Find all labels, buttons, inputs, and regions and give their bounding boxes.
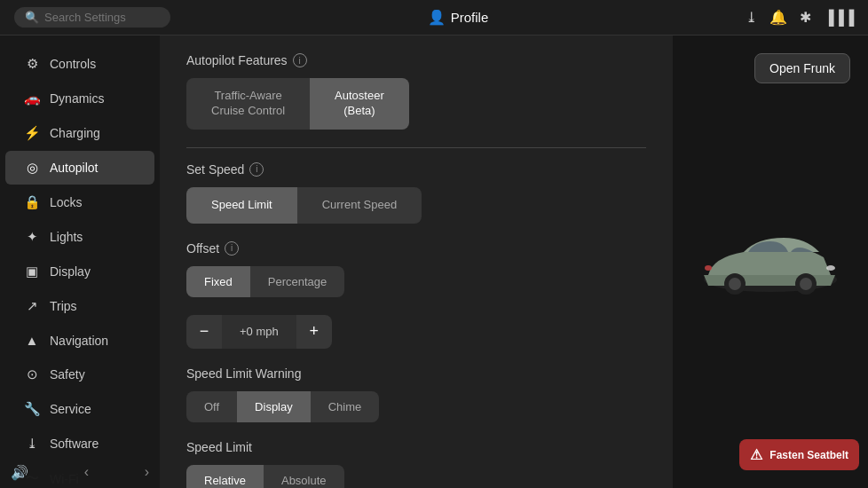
search-icon: 🔍 (25, 11, 39, 24)
offset-toggle: Fixed Percentage (186, 266, 646, 297)
sidebar-item-dynamics[interactable]: 🚗 Dynamics (5, 82, 154, 115)
bell-icon[interactable]: 🔔 (769, 9, 787, 26)
svg-point-2 (729, 278, 741, 290)
charging-icon: ⚡ (23, 125, 41, 141)
speed-limit-title: Speed Limit (186, 440, 646, 454)
speed-limit-warning-title: Speed Limit Warning (186, 366, 646, 381)
sidebar-label-software: Software (50, 437, 99, 451)
software-icon: ⤓ (23, 436, 41, 452)
display-icon: ▣ (23, 264, 41, 279)
warning-off-button[interactable]: Off (186, 391, 237, 422)
service-icon: 🔧 (23, 401, 41, 417)
fixed-button[interactable]: Fixed (186, 266, 250, 297)
seatbelt-icon: ⚠ (750, 446, 762, 463)
top-bar: 🔍 👤 Profile ⤓ 🔔 ✱ ▐▐▐ (0, 0, 868, 35)
sidebar: ⚙ Controls 🚗 Dynamics ⚡ Charging ◎ Autop… (0, 35, 160, 488)
search-box[interactable]: 🔍 (14, 7, 170, 28)
top-bar-center: 👤 Profile (428, 9, 489, 26)
car-illustration (690, 222, 850, 302)
absolute-button[interactable]: Absolute (264, 465, 344, 488)
divider-1 (186, 147, 646, 148)
traffic-aware-cruise-button[interactable]: Traffic-AwareCruise Control (186, 78, 310, 130)
stepper-minus-button[interactable]: − (186, 315, 222, 349)
sidebar-label-dynamics: Dynamics (50, 91, 104, 106)
sidebar-item-autopilot[interactable]: ◎ Autopilot (5, 151, 154, 185)
sidebar-label-controls: Controls (50, 57, 96, 71)
stepper-value: +0 mph (222, 315, 296, 349)
sidebar-label-autopilot: Autopilot (50, 161, 98, 175)
offset-info-icon[interactable]: i (225, 241, 239, 256)
right-panel: Open Frunk (673, 35, 868, 488)
autopilot-features-toggle: Traffic-AwareCruise Control Autosteer(Be… (186, 78, 646, 130)
main-layout: ⚙ Controls 🚗 Dynamics ⚡ Charging ◎ Autop… (0, 35, 868, 488)
safety-icon: ⊙ (23, 366, 41, 382)
sidebar-label-locks: Locks (50, 195, 83, 209)
speed-limit-button[interactable]: Speed Limit (186, 187, 297, 224)
bottom-bar: 🔊 ‹ › (0, 456, 160, 488)
top-bar-icons: ⤓ 🔔 ✱ ▐▐▐ (746, 9, 854, 26)
nav-next-icon[interactable]: › (145, 464, 149, 480)
svg-point-6 (705, 265, 712, 271)
sidebar-item-safety[interactable]: ⊙ Safety (5, 358, 154, 391)
navigation-icon: ▲ (23, 333, 41, 348)
sidebar-label-charging: Charging (50, 126, 100, 140)
search-input[interactable] (44, 11, 160, 24)
set-speed-toggle: Speed Limit Current Speed (186, 187, 646, 224)
sidebar-label-lights: Lights (50, 230, 83, 244)
autopilot-icon: ◎ (23, 160, 41, 176)
sidebar-item-lights[interactable]: ✦ Lights (5, 220, 154, 254)
top-bar-left: 🔍 (14, 7, 170, 28)
open-frunk-button[interactable]: Open Frunk (754, 53, 850, 83)
signal-icon: ▐▐▐ (824, 10, 854, 26)
sidebar-item-charging[interactable]: ⚡ Charging (5, 116, 154, 150)
profile-icon: 👤 (428, 9, 446, 26)
volume-icon[interactable]: 🔊 (11, 464, 28, 481)
stepper-plus-button[interactable]: + (296, 315, 332, 349)
nav-prev-icon[interactable]: ‹ (84, 464, 89, 480)
content-area: Autopilot Features i Traffic-AwareCruise… (160, 35, 673, 488)
controls-icon: ⚙ (23, 56, 41, 72)
offset-title: Offset i (186, 241, 646, 256)
sidebar-label-trips: Trips (50, 299, 77, 313)
sidebar-item-display[interactable]: ▣ Display (5, 255, 154, 288)
sidebar-label-safety: Safety (50, 367, 85, 382)
dynamics-icon: 🚗 (23, 91, 41, 106)
warning-chime-button[interactable]: Chime (311, 391, 380, 422)
sidebar-label-navigation: Navigation (50, 334, 108, 348)
sidebar-item-navigation[interactable]: ▲ Navigation (5, 324, 154, 357)
lights-icon: ✦ (23, 229, 41, 245)
sidebar-item-controls[interactable]: ⚙ Controls (5, 47, 154, 81)
offset-stepper: − +0 mph + (186, 315, 646, 349)
set-speed-info-icon[interactable]: i (249, 162, 264, 177)
sidebar-label-display: Display (50, 264, 91, 279)
current-speed-button[interactable]: Current Speed (297, 187, 422, 224)
profile-button[interactable]: Profile (451, 10, 489, 25)
sidebar-item-service[interactable]: 🔧 Service (5, 392, 154, 426)
relative-button[interactable]: Relative (186, 465, 264, 488)
sidebar-item-trips[interactable]: ↗ Trips (5, 289, 154, 323)
bluetooth-icon[interactable]: ✱ (800, 9, 811, 26)
autosteer-button[interactable]: Autosteer(Beta) (310, 78, 409, 130)
fasten-seatbelt-alert: ⚠ Fasten Seatbelt (739, 439, 859, 470)
percentage-button[interactable]: Percentage (250, 266, 345, 297)
locks-icon: 🔒 (23, 194, 41, 210)
fasten-seatbelt-label: Fasten Seatbelt (769, 449, 848, 461)
speed-limit-warning-toggle: Off Display Chime (186, 391, 646, 422)
trips-icon: ↗ (23, 298, 41, 314)
autopilot-features-title: Autopilot Features i (186, 53, 646, 67)
download-icon[interactable]: ⤓ (746, 9, 757, 26)
autopilot-features-info-icon[interactable]: i (293, 53, 307, 67)
warning-display-button[interactable]: Display (237, 391, 311, 422)
svg-point-5 (826, 265, 835, 271)
svg-point-4 (800, 278, 812, 290)
speed-limit-toggle: Relative Absolute (186, 465, 646, 488)
sidebar-label-service: Service (50, 402, 91, 416)
sidebar-item-locks[interactable]: 🔒 Locks (5, 185, 154, 219)
set-speed-title: Set Speed i (186, 162, 646, 177)
